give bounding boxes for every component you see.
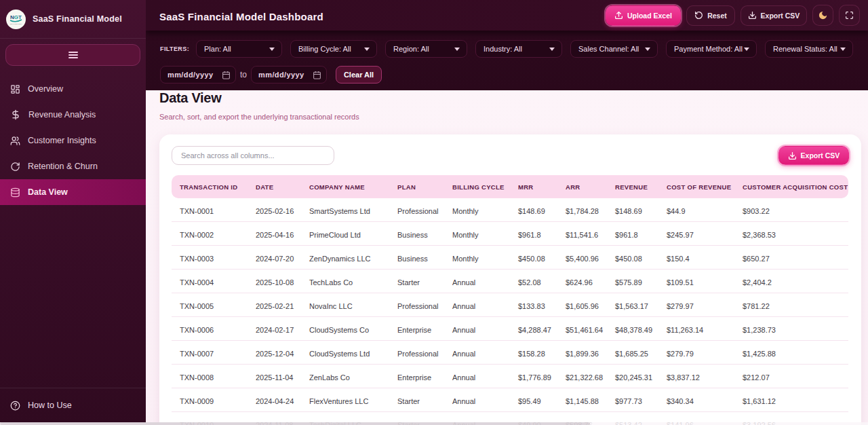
svg-text:NEXT GEN TECH: NEXT GEN TECH [10,22,22,24]
svg-text:NGT: NGT [10,14,22,20]
